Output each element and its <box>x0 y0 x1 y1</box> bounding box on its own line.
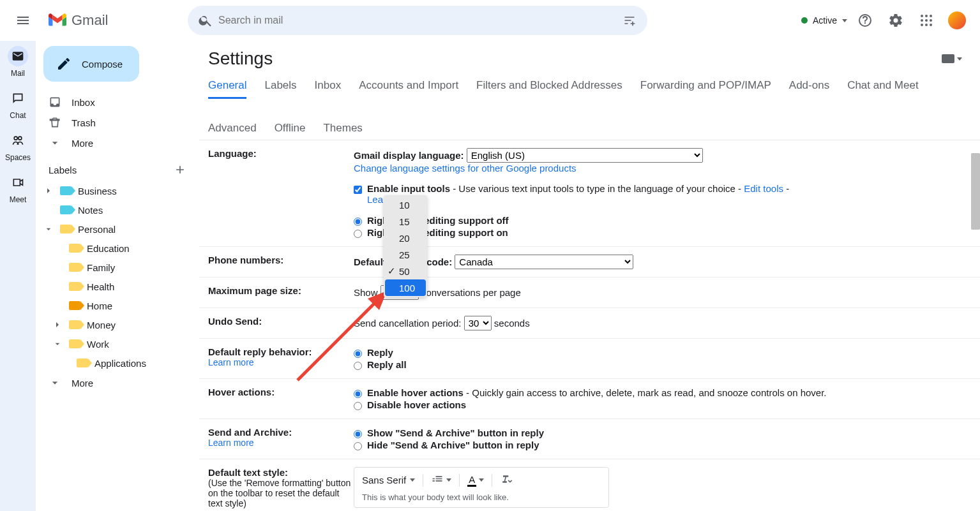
text-size-button[interactable] <box>431 474 451 487</box>
tab-chatmeet[interactable]: Chat and Meet <box>847 74 919 99</box>
label-personal[interactable]: Personal <box>36 219 199 239</box>
pagesize-dropdown: 10 15 20 25 ✓50 100 <box>384 195 427 297</box>
row-textstyle: Default text style: (Use the 'Remove for… <box>199 459 980 511</box>
dropdown-option-25[interactable]: 25 <box>384 246 427 263</box>
enable-input-tools-checkbox[interactable] <box>354 186 362 194</box>
label-home[interactable]: Home <box>36 296 199 315</box>
change-language-link[interactable]: Change language settings for other Googl… <box>354 163 577 174</box>
language-select[interactable]: English (US) <box>467 148 703 163</box>
hover-enable-radio[interactable] <box>354 390 362 398</box>
reply-all-radio[interactable] <box>354 362 362 370</box>
label-education[interactable]: Education <box>36 239 199 258</box>
chevron-right-icon <box>43 186 54 196</box>
label-health[interactable]: Health <box>36 277 199 296</box>
row-language: Language: Gmail display language: Englis… <box>199 140 980 247</box>
label-money[interactable]: Money <box>36 315 199 334</box>
show-sendarchive-radio[interactable] <box>354 430 362 438</box>
tab-offline[interactable]: Offline <box>275 117 306 140</box>
hide-sendarchive-radio[interactable] <box>354 442 362 450</box>
tab-inbox[interactable]: Inbox <box>315 74 342 99</box>
chevron-right-icon <box>52 320 63 330</box>
rail-mail[interactable]: Mail <box>8 46 28 78</box>
dropdown-option-15[interactable]: 15 <box>384 213 427 230</box>
rtl-off-radio[interactable] <box>354 218 362 226</box>
label-family[interactable]: Family <box>36 258 199 277</box>
svg-point-6 <box>921 24 923 26</box>
status-chip[interactable]: Active <box>801 15 847 26</box>
rail-spaces[interactable]: Spaces <box>5 130 31 162</box>
mail-icon <box>11 50 24 63</box>
reply-all-label: Reply all <box>367 359 407 370</box>
rail-meet[interactable]: Meet <box>8 172 28 204</box>
page-title: Settings <box>208 48 273 69</box>
input-tool-indicator[interactable] <box>942 54 962 63</box>
search-input[interactable] <box>218 15 617 26</box>
nav-trash[interactable]: Trash <box>36 112 199 133</box>
support-button[interactable] <box>852 8 878 33</box>
reply-radio[interactable] <box>354 350 362 358</box>
learn-more-link[interactable]: Learn more <box>208 438 354 448</box>
rail-mail-label: Mail <box>11 69 25 78</box>
label-color-icon <box>69 244 80 253</box>
label-text: Money <box>87 320 116 330</box>
labels-more[interactable]: More <box>36 373 199 393</box>
edit-tools-link[interactable]: Edit tools <box>744 183 783 194</box>
text-style-preview: This is what your body text will look li… <box>362 492 601 502</box>
label-applications[interactable]: Applications <box>36 353 199 373</box>
spaces-icon <box>11 134 24 147</box>
text-style-box: Sans Serif A <box>354 467 609 508</box>
gmail-logo-icon <box>49 13 66 27</box>
labels-more-label: More <box>72 378 93 389</box>
pencil-icon <box>56 56 72 71</box>
search-icon[interactable] <box>193 8 218 33</box>
tab-filters[interactable]: Filters and Blocked Addresses <box>476 74 622 99</box>
rail-chat[interactable]: Chat <box>8 88 28 120</box>
apps-button[interactable] <box>914 8 939 33</box>
row-undo: Undo Send: Send cancellation period: 30 … <box>199 308 980 339</box>
dropdown-option-10[interactable]: 10 <box>384 196 427 213</box>
tab-labels[interactable]: Labels <box>264 74 296 99</box>
row-label: Send and Archive: Learn more <box>208 427 354 451</box>
compose-label: Compose <box>82 59 123 70</box>
nav-more[interactable]: More <box>36 133 199 153</box>
rtl-on-radio[interactable] <box>354 230 362 238</box>
font-selector[interactable]: Sans Serif <box>362 475 415 485</box>
text-color-button[interactable]: A <box>467 474 484 487</box>
tab-general[interactable]: General <box>208 74 246 99</box>
country-code-select[interactable]: Canada <box>455 255 633 269</box>
labels-header: Labels <box>36 153 199 181</box>
hover-disable-radio[interactable] <box>354 402 362 410</box>
svg-point-5 <box>930 19 932 22</box>
undo-select[interactable]: 30 <box>464 316 492 330</box>
nav-inbox[interactable]: Inbox <box>36 92 199 112</box>
label-color-icon <box>69 339 80 348</box>
search-options-icon[interactable] <box>617 8 642 33</box>
tab-advanced[interactable]: Advanced <box>208 117 257 140</box>
compose-button[interactable]: Compose <box>43 46 139 82</box>
label-work[interactable]: Work <box>36 334 199 353</box>
tab-forwarding[interactable]: Forwarding and POP/IMAP <box>640 74 771 99</box>
account-avatar[interactable] <box>947 10 967 31</box>
learn-more-link[interactable]: Learn more <box>208 357 354 367</box>
dropdown-option-20[interactable]: 20 <box>384 230 427 246</box>
seconds-label: seconds <box>494 318 530 329</box>
svg-point-4 <box>925 19 928 22</box>
svg-point-2 <box>930 15 932 17</box>
label-color-icon <box>69 282 80 291</box>
tab-accounts[interactable]: Accounts and Import <box>359 74 458 99</box>
gmail-logo[interactable]: Gmail <box>49 12 176 29</box>
dropdown-option-50[interactable]: ✓50 <box>384 263 427 279</box>
main-menu-button[interactable] <box>8 5 38 36</box>
row-label: Default reply behavior: Learn more <box>208 346 354 371</box>
label-notes[interactable]: Notes <box>36 200 199 219</box>
tab-addons[interactable]: Add-ons <box>789 74 829 99</box>
settings-button[interactable] <box>883 8 908 33</box>
plus-icon[interactable] <box>174 163 186 176</box>
label-business[interactable]: Business <box>36 181 199 200</box>
search-bar[interactable] <box>188 6 647 35</box>
vertical-scrollbar[interactable] <box>971 153 980 230</box>
remove-formatting-button[interactable] <box>500 473 513 487</box>
tab-themes[interactable]: Themes <box>323 117 362 140</box>
row-reply: Default reply behavior: Learn more Reply… <box>199 339 980 379</box>
dropdown-option-100[interactable]: 100 <box>385 279 426 296</box>
